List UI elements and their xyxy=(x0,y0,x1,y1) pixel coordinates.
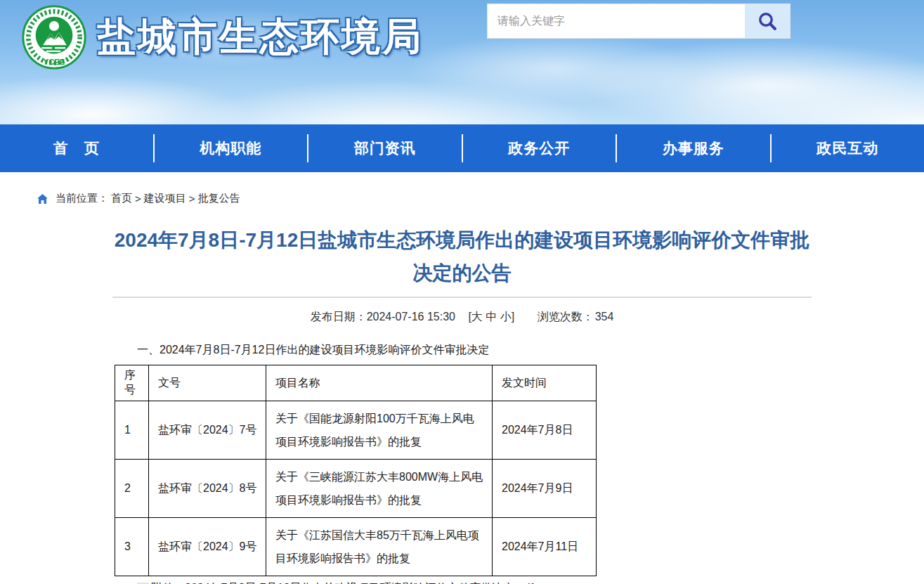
publish-date-label: 发布日期： xyxy=(311,311,367,323)
publish-date: 2024-07-16 15:30 xyxy=(367,311,455,323)
content-area: 当前位置： 首页 > 建设项目 > 批复公告 2024年7月8日-7月12日盐城… xyxy=(112,192,812,584)
breadcrumb-label: 当前位置： xyxy=(56,192,108,205)
site-title: 盐城市生态环境局 xyxy=(97,11,423,63)
brand: YCEE 盐城市生态环境局 xyxy=(21,4,423,70)
table-header-row: 序号 文号 项目名称 发文时间 xyxy=(115,365,597,401)
cell-name: 关于《江苏国信大丰85万千瓦海上风电项目环境影响报告书》的批复 xyxy=(266,518,493,576)
nav-item-services[interactable]: 办事服务 xyxy=(617,124,770,172)
col-header-date: 发文时间 xyxy=(493,365,597,401)
breadcrumb: 当前位置： 首页 > 建设项目 > 批复公告 xyxy=(37,192,812,205)
ycee-logo-icon: YCEE xyxy=(21,4,87,70)
attachment-link[interactable]: 2024年7月8日-7月12日作出的建设项目环境影响评价文件审批决定.pdf xyxy=(185,581,533,584)
cell-date: 2024年7月9日 xyxy=(493,460,597,518)
cell-no: 1 xyxy=(115,401,149,460)
cell-date: 2024年7月8日 xyxy=(493,401,597,460)
nav-item-news[interactable]: 部门资讯 xyxy=(308,124,462,172)
cell-name: 关于《国能龙源射阳100万千瓦海上风电项目环境影响报告书》的批复 xyxy=(266,401,493,460)
site-header: YCEE 盐城市生态环境局 xyxy=(0,0,924,124)
cell-name: 关于《三峡能源江苏大丰800MW海上风电项目环境影响报告书》的批复 xyxy=(266,460,493,518)
col-header-name: 项目名称 xyxy=(266,365,493,401)
search-icon xyxy=(757,11,778,32)
views-count: 354 xyxy=(595,311,614,323)
col-header-doc: 文号 xyxy=(149,365,266,401)
search-input[interactable] xyxy=(488,4,745,38)
attachment-label: 附件： xyxy=(151,581,185,584)
logo-text: YCEE xyxy=(44,58,65,66)
home-icon xyxy=(37,193,48,205)
breadcrumb-sep: > xyxy=(135,193,141,205)
breadcrumb-home[interactable]: 首页 xyxy=(111,192,132,205)
nav-item-functions[interactable]: 机构职能 xyxy=(155,124,308,172)
views-label: 浏览次数： xyxy=(538,311,594,323)
publish-info: 发布日期：2024-07-16 15:30 [大 中 小] 浏览次数：354 xyxy=(112,310,812,325)
main-nav: 首 页 机构职能 部门资讯 政务公开 办事服务 政民互动 xyxy=(0,124,924,172)
cell-doc: 盐环审〔2024〕8号 xyxy=(149,460,266,518)
title-divider xyxy=(112,297,812,298)
nav-item-home[interactable]: 首 页 xyxy=(0,124,153,172)
approval-table: 序号 文号 项目名称 发文时间 1 盐环审〔2024〕7号 关于《国能龙源射阳1… xyxy=(115,365,597,576)
table-row: 3 盐环审〔2024〕9号 关于《江苏国信大丰85万千瓦海上风电项目环境影响报告… xyxy=(115,518,597,576)
col-header-no: 序号 xyxy=(115,365,149,401)
attachment-row: 附件： 2024年7月8日-7月12日作出的建设项目环境影响评价文件审批决定.p… xyxy=(137,581,812,584)
breadcrumb-projects[interactable]: 建设项目 xyxy=(144,192,186,205)
nav-item-interaction[interactable]: 政民互动 xyxy=(772,124,924,172)
page-title: 2024年7月8日-7月12日盐城市生态环境局作出的建设项目环境影响评价文件审批… xyxy=(112,223,812,290)
table-row: 1 盐环审〔2024〕7号 关于《国能龙源射阳100万千瓦海上风电项目环境影响报… xyxy=(115,401,597,460)
cell-date: 2024年7月11日 xyxy=(493,518,597,576)
cell-no: 2 xyxy=(115,460,149,518)
nav-item-gov-disclosure[interactable]: 政务公开 xyxy=(463,124,616,172)
section-heading: 一、2024年7月8日-7月12日作出的建设项目环境影响评价文件审批决定 xyxy=(137,343,812,358)
cell-doc: 盐环审〔2024〕7号 xyxy=(149,401,266,460)
breadcrumb-sep: > xyxy=(189,193,195,205)
font-size-controls[interactable]: [大 中 小] xyxy=(468,311,514,323)
cell-no: 3 xyxy=(115,518,149,576)
table-row: 2 盐环审〔2024〕8号 关于《三峡能源江苏大丰800MW海上风电项目环境影响… xyxy=(115,460,597,518)
breadcrumb-approvals[interactable]: 批复公告 xyxy=(198,192,240,205)
cell-doc: 盐环审〔2024〕9号 xyxy=(149,518,266,576)
search-box xyxy=(487,4,790,39)
search-button[interactable] xyxy=(745,4,790,38)
